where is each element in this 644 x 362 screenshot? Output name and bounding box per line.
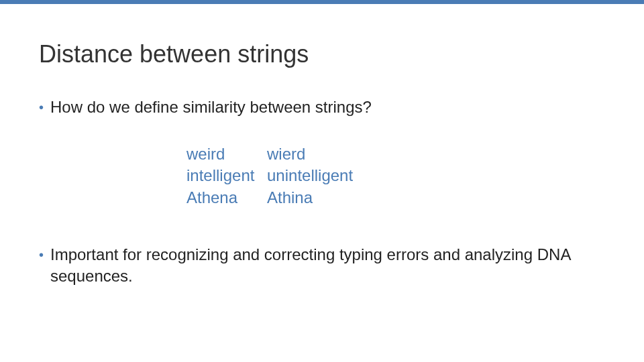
bullet-2: • Important for recognizing and correcti…	[39, 244, 605, 288]
slide: Distance between strings • How do we def…	[0, 0, 644, 362]
bullet-row: • How do we define similarity between st…	[39, 97, 605, 118]
accent-bar	[0, 0, 644, 4]
pair-row: intelligent unintelligent	[186, 165, 353, 186]
slide-title: Distance between strings	[39, 40, 309, 68]
pair-row: Athena Athina	[186, 187, 353, 208]
pair-left: weird	[186, 143, 267, 165]
pair-right: unintelligent	[267, 165, 353, 186]
pair-right: wierd	[267, 143, 305, 165]
string-pairs: weird wierd intelligent unintelligent At…	[186, 143, 353, 208]
bullet-dot-icon: •	[39, 244, 44, 265]
bullet-text: How do we define similarity between stri…	[50, 97, 605, 118]
bullet-1: • How do we define similarity between st…	[39, 97, 605, 118]
bullet-dot-icon: •	[39, 97, 44, 118]
pair-left: intelligent	[186, 165, 267, 186]
pair-right: Athina	[267, 187, 313, 208]
bullet-row: • Important for recognizing and correcti…	[39, 244, 605, 288]
pair-row: weird wierd	[186, 143, 353, 165]
bullet-text: Important for recognizing and correcting…	[50, 244, 605, 288]
pair-left: Athena	[186, 187, 267, 208]
